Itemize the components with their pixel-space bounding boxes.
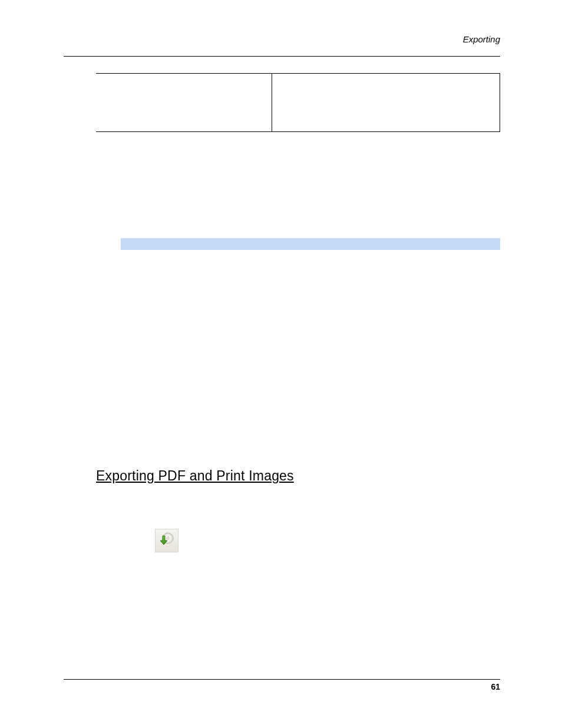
footer-rule	[64, 679, 500, 680]
table-row	[97, 74, 500, 132]
content-area: Exporting PDF and Print Images	[96, 73, 500, 552]
page-number: 61	[64, 682, 500, 691]
export-icon-button[interactable]	[155, 529, 178, 552]
svg-point-1	[167, 537, 170, 540]
two-column-table	[96, 73, 500, 132]
highlight-bar	[121, 238, 500, 250]
section-heading: Exporting PDF and Print Images	[96, 468, 500, 484]
header-section-title: Exporting	[64, 34, 500, 44]
table-cell-right	[272, 74, 500, 132]
download-disc-icon	[159, 532, 174, 549]
header-rule	[64, 56, 500, 57]
footer: 61	[64, 679, 500, 691]
table-cell-left	[97, 74, 272, 132]
page: Exporting Exporting PDF and Print Images	[0, 0, 562, 728]
